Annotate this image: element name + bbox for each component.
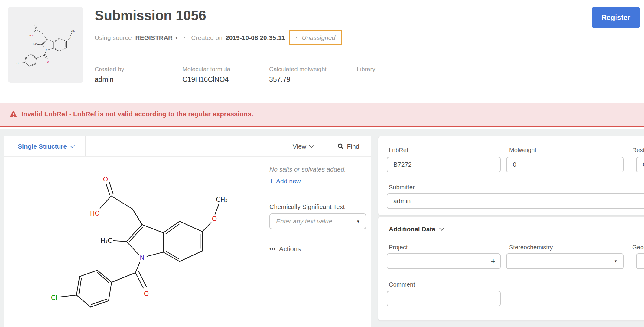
form-card-main: LnbRef Molweight Rest Submitter <box>378 136 644 215</box>
restriction-label: Rest <box>632 147 644 154</box>
error-message: Invalid LnbRef - LnbRef is not valid acc… <box>21 110 253 118</box>
cst-input[interactable] <box>270 214 366 229</box>
error-banner: Invalid LnbRef - LnbRef is not valid acc… <box>0 103 644 127</box>
header-divider <box>95 58 644 58</box>
project-field: + <box>387 253 501 269</box>
header: Submission 1056 Using source REGISTRAR ▼… <box>0 0 644 103</box>
structure-thumbnail-drawing <box>12 12 80 77</box>
view-button[interactable]: View <box>86 136 326 156</box>
structure-thumbnail <box>8 7 83 83</box>
ellipsis-icon: ••• <box>269 246 276 252</box>
additional-data-label: Additional Data <box>389 226 435 233</box>
register-button[interactable]: Register <box>592 7 640 28</box>
add-new-label: Add new <box>276 178 301 185</box>
search-icon <box>337 143 344 150</box>
caret-down-icon[interactable]: ▼ <box>175 36 178 40</box>
find-label: Find <box>347 143 359 150</box>
assignment-status-box: · Unassigned <box>289 30 342 45</box>
additional-data-toggle[interactable]: Additional Data <box>389 226 443 233</box>
section-divider <box>263 192 371 192</box>
molweight-label: Molweight <box>509 147 536 154</box>
restriction-input[interactable] <box>637 157 644 172</box>
meta-library: Library -- <box>357 66 375 84</box>
chevron-down-icon <box>309 143 314 148</box>
warning-icon <box>9 110 18 118</box>
app-window: O HO O CH₃ H₃C N O Cl Submission 1056 Us… <box>0 0 644 327</box>
meta-label: Calculated molweight <box>269 66 327 73</box>
geometry-field <box>636 253 644 269</box>
plus-icon: + <box>269 177 274 185</box>
page-title: Submission 1056 <box>95 7 206 24</box>
submission-subtitle: Using source REGISTRAR ▼ · Created on 20… <box>95 29 342 46</box>
actions-label: Actions <box>279 245 301 253</box>
restriction-field <box>636 157 644 172</box>
add-project-icon[interactable]: + <box>491 257 495 266</box>
lnbref-input[interactable] <box>387 157 500 172</box>
molweight-field <box>506 157 624 172</box>
meta-molecular-formula: Molecular formula C19H16ClNO4 <box>182 66 230 84</box>
meta-value: admin <box>95 75 124 84</box>
structure-canvas[interactable] <box>37 165 242 319</box>
lnbref-field <box>387 157 501 172</box>
form-card-additional: Additional Data Project + Stereochemistr… <box>378 216 644 321</box>
meta-label: Created by <box>95 66 124 73</box>
source-dropdown[interactable]: REGISTRAR <box>135 34 173 41</box>
project-input[interactable] <box>387 254 500 268</box>
status-badge: Unassigned <box>302 34 335 41</box>
created-on-value: 2019-10-08 20:35:11 <box>226 34 285 41</box>
meta-calculated-molweight: Calculated molweight 357.79 <box>269 66 327 84</box>
add-new-salt-button[interactable]: + Add new <box>269 177 301 185</box>
structure-toolbar: Single Structure View Find <box>4 136 371 157</box>
find-button[interactable]: Find <box>326 136 371 156</box>
comment-field <box>387 291 501 306</box>
meta-value: 357.79 <box>269 75 327 84</box>
created-on-label: Created on <box>191 34 223 41</box>
meta-created-by: Created by admin <box>95 66 124 84</box>
project-label: Project <box>389 244 408 251</box>
chevron-down-icon <box>439 226 444 231</box>
meta-value: -- <box>357 75 375 84</box>
comment-label: Comment <box>389 281 415 288</box>
structure-mode-label: Single Structure <box>18 143 67 150</box>
section-divider <box>263 237 371 237</box>
view-label: View <box>293 143 306 150</box>
chevron-down-icon <box>70 143 75 148</box>
stereochemistry-field: ▼ <box>506 253 624 269</box>
meta-label: Library <box>357 66 375 73</box>
dropdown-caret-icon[interactable]: ▼ <box>614 259 618 264</box>
structure-mode-selector[interactable]: Single Structure <box>4 136 86 156</box>
salts-empty-message: No salts or solvates added. <box>269 166 346 173</box>
submitter-input[interactable] <box>387 194 644 208</box>
dropdown-caret-icon[interactable]: ▼ <box>356 219 360 224</box>
geometry-label: Geom <box>632 244 644 251</box>
meta-value: C19H16ClNO4 <box>182 75 230 84</box>
using-source-label: Using source <box>95 34 132 41</box>
actions-button[interactable]: ••• Actions <box>269 245 301 253</box>
structure-card: Single Structure View Find No salts or s… <box>4 136 371 327</box>
lnbref-label: LnbRef <box>389 147 408 154</box>
geometry-input[interactable] <box>637 254 644 268</box>
comment-input[interactable] <box>387 291 500 306</box>
cst-field: ▼ <box>269 213 366 229</box>
stereochemistry-input[interactable] <box>507 254 623 268</box>
salts-column: No salts or solvates added. + Add new Ch… <box>263 157 371 327</box>
submitter-field <box>387 193 644 209</box>
submitter-label: Submitter <box>389 184 415 191</box>
meta-label: Molecular formula <box>182 66 230 73</box>
cst-label: Chemically Significant Text <box>269 203 345 210</box>
separator-dot: · <box>295 34 298 41</box>
separator-dot: · <box>184 34 186 41</box>
stereochemistry-label: Stereochemistry <box>509 244 553 251</box>
molweight-input[interactable] <box>507 157 623 172</box>
